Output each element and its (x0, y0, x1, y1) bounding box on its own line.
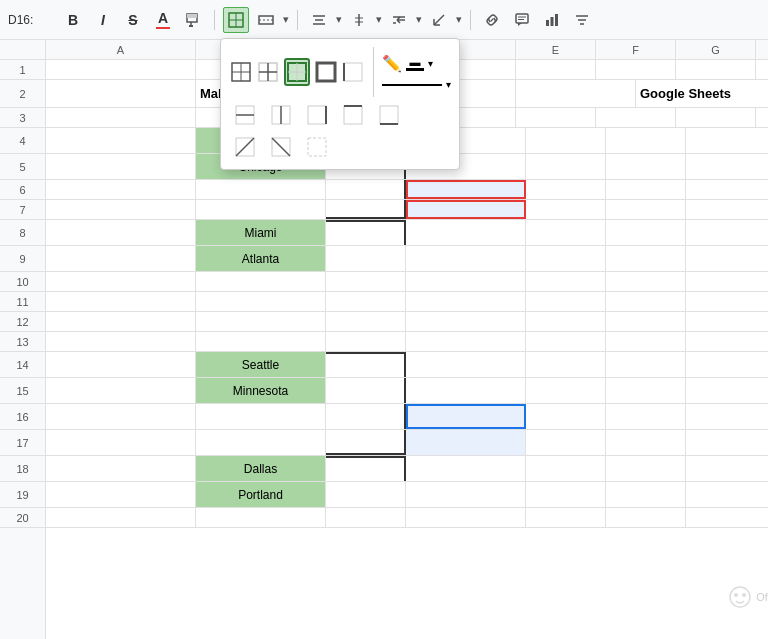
row-num-20[interactable]: 20 (0, 508, 45, 528)
cell-B15[interactable]: Minnesota (196, 378, 326, 403)
row-num-10[interactable]: 10 (0, 272, 45, 292)
cell-A19[interactable] (46, 482, 196, 507)
cell-F11[interactable] (606, 292, 686, 311)
cell-E16[interactable] (526, 404, 606, 429)
cell-E8[interactable] (526, 220, 606, 245)
row-num-7[interactable]: 7 (0, 200, 45, 220)
col-header-A[interactable]: A (46, 40, 196, 59)
cell-F17[interactable] (606, 430, 686, 455)
col-header-E[interactable]: E (516, 40, 596, 59)
col-header-G[interactable]: G (676, 40, 756, 59)
row-num-9[interactable]: 9 (0, 246, 45, 272)
cell-B12[interactable] (196, 312, 326, 331)
cell-C10[interactable] (326, 272, 406, 291)
align-v-dropdown[interactable]: ▾ (376, 13, 382, 26)
cell-D8[interactable] (406, 220, 526, 245)
cell-F7[interactable] (606, 200, 686, 219)
border-bottom-button[interactable] (373, 101, 405, 129)
cell-E19[interactable] (526, 482, 606, 507)
cell-F6[interactable] (606, 180, 686, 199)
cell-F10[interactable] (606, 272, 686, 291)
cell-D19[interactable] (406, 482, 526, 507)
cell-A12[interactable] (46, 312, 196, 331)
cell-A14[interactable] (46, 352, 196, 377)
cell-E9[interactable] (526, 246, 606, 271)
border-right-button[interactable] (301, 101, 333, 129)
row-num-2[interactable]: 2 (0, 80, 45, 108)
row-num-18[interactable]: 18 (0, 456, 45, 482)
cell-C16[interactable] (326, 404, 406, 429)
cell-G3[interactable] (676, 108, 756, 127)
cell-D15[interactable] (406, 378, 526, 403)
paint-format-button[interactable] (180, 7, 206, 33)
border-vertical-button[interactable] (265, 101, 297, 129)
cell-D2[interactable] (516, 80, 636, 107)
row-num-1[interactable]: 1 (0, 60, 45, 80)
cell-F4[interactable] (606, 128, 686, 153)
comment-button[interactable] (509, 7, 535, 33)
cell-A8[interactable] (46, 220, 196, 245)
cell-B9[interactable]: Atlanta (196, 246, 326, 271)
cell-F12[interactable] (606, 312, 686, 331)
bold-button[interactable]: B (60, 7, 86, 33)
cell-B19[interactable]: Portland (196, 482, 326, 507)
cell-B8[interactable]: Miami (196, 220, 326, 245)
cell-D6[interactable] (406, 180, 526, 199)
cell-E5[interactable] (526, 154, 606, 179)
cell-F5[interactable] (606, 154, 686, 179)
merge-dropdown[interactable]: ▾ (283, 13, 289, 26)
row-num-8[interactable]: 8 (0, 220, 45, 246)
cell-B11[interactable] (196, 292, 326, 311)
cell-E2[interactable]: Google Sheets (636, 80, 768, 107)
align-v-button[interactable] (346, 7, 372, 33)
row-num-15[interactable]: 15 (0, 378, 45, 404)
cell-E18[interactable] (526, 456, 606, 481)
strikethrough-button[interactable]: S (120, 7, 146, 33)
row-num-3[interactable]: 3 (0, 108, 45, 128)
cell-A3[interactable] (46, 108, 196, 127)
cell-D11[interactable] (406, 292, 526, 311)
cell-E1[interactable] (516, 60, 596, 79)
cell-D20[interactable] (406, 508, 526, 527)
cell-B13[interactable] (196, 332, 326, 351)
cell-C12[interactable] (326, 312, 406, 331)
cell-F14[interactable] (606, 352, 686, 377)
cell-C8[interactable] (326, 220, 406, 245)
cell-E3[interactable] (516, 108, 596, 127)
cell-A13[interactable] (46, 332, 196, 351)
row-num-16[interactable]: 16 (0, 404, 45, 430)
row-num-12[interactable]: 12 (0, 312, 45, 332)
cell-D7[interactable] (406, 200, 526, 219)
cell-B17[interactable] (196, 430, 326, 455)
cell-B16[interactable] (196, 404, 326, 429)
cell-F3[interactable] (596, 108, 676, 127)
color-dropdown-arrow[interactable]: ▾ (428, 58, 433, 69)
cell-B20[interactable] (196, 508, 326, 527)
cell-E10[interactable] (526, 272, 606, 291)
style-dropdown-arrow[interactable]: ▾ (446, 79, 451, 90)
cell-C18[interactable] (326, 456, 406, 481)
row-num-13[interactable]: 13 (0, 332, 45, 352)
rotate-dropdown[interactable]: ▾ (456, 13, 462, 26)
chart-button[interactable] (539, 7, 565, 33)
cell-F19[interactable] (606, 482, 686, 507)
cell-F9[interactable] (606, 246, 686, 271)
cell-C11[interactable] (326, 292, 406, 311)
row-num-19[interactable]: 19 (0, 482, 45, 508)
cell-C13[interactable] (326, 332, 406, 351)
cell-D14[interactable] (406, 352, 526, 377)
cell-A1[interactable] (46, 60, 196, 79)
border-all-button[interactable] (229, 58, 253, 86)
borders-button[interactable] (223, 7, 249, 33)
border-horizontal-button[interactable] (229, 101, 261, 129)
italic-button[interactable]: I (90, 7, 116, 33)
cell-A16[interactable] (46, 404, 196, 429)
cell-D12[interactable] (406, 312, 526, 331)
col-header-F[interactable]: F (596, 40, 676, 59)
cell-B14[interactable]: Seattle (196, 352, 326, 377)
cell-A4[interactable] (46, 128, 196, 153)
border-left-button[interactable] (342, 58, 366, 86)
cell-E6[interactable] (526, 180, 606, 199)
row-num-14[interactable]: 14 (0, 352, 45, 378)
cell-D18[interactable] (406, 456, 526, 481)
